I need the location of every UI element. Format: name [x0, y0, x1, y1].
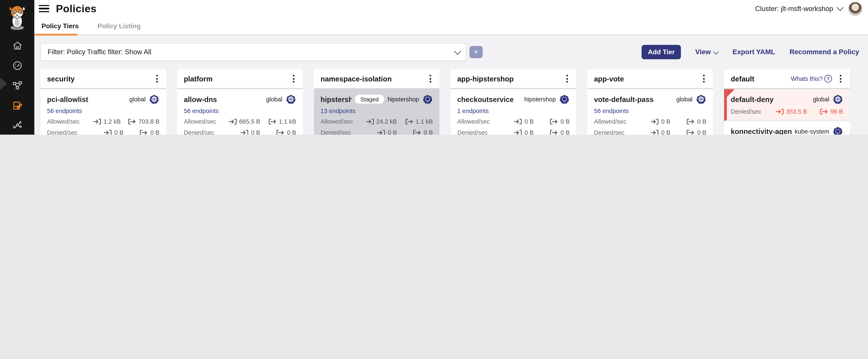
calico-cat-logo — [4, 3, 30, 30]
policies-icon — [11, 100, 23, 111]
traffic-stat-row: Allowed/sec24.2 kB1.1 kB — [320, 117, 433, 125]
policy-card[interactable]: vote-default-passglobal56 endpointsAllow… — [587, 89, 713, 135]
ingress-traffic-icon — [93, 118, 101, 124]
ingress-stat: 0 B — [498, 129, 534, 135]
tier-header: app-vote — [587, 69, 713, 89]
hamburger-menu-icon[interactable] — [39, 5, 50, 12]
traffic-stat-row: Denied/sec0 B0 B — [320, 129, 433, 135]
egress-value: 0 B — [697, 118, 706, 125]
egress-value: 1.1 kB — [279, 118, 296, 125]
sidebar-item-policies[interactable] — [0, 95, 34, 115]
tier-kebab-menu-icon[interactable] — [426, 74, 434, 84]
ingress-value: 0 B — [524, 129, 534, 135]
ingress-stat: 0 B — [635, 118, 671, 125]
clear-filter-button[interactable]: × — [469, 46, 483, 58]
traffic-stat-row: Denied/sec0 B0 B — [457, 129, 570, 135]
tab-policy-tiers[interactable]: Policy Tiers — [40, 22, 80, 29]
cluster-selector[interactable]: Cluster: jlt-msft-workshop — [755, 5, 843, 12]
policy-card[interactable]: checkoutservicehipstershop1 endpointsAll… — [451, 89, 576, 135]
policy-card-header: default-denyglobal — [731, 94, 843, 104]
toolbar: Add Tier View Export YAML Recommend a Po… — [642, 45, 859, 59]
policy-card[interactable]: konnectivity-agentkube-system2 endpoints… — [724, 121, 850, 135]
tier-kebab-menu-icon[interactable] — [153, 74, 160, 84]
egress-traffic-icon — [405, 118, 413, 124]
ingress-stat: 0 B — [635, 129, 671, 135]
policy-card[interactable]: default-denyglobalDenied/sec353.5 B96 B — [724, 89, 850, 121]
ingress-stat: 353.5 B — [772, 108, 807, 115]
sidebar-item-home[interactable] — [0, 35, 34, 55]
tier-kebab-menu-icon[interactable] — [289, 74, 297, 84]
sidebar-item-service-graph[interactable] — [0, 115, 34, 135]
sidebar-item-dashboard-gauge[interactable] — [0, 55, 34, 76]
globe-scope-icon — [833, 94, 843, 105]
tier-kebab-menu-icon[interactable] — [700, 74, 707, 84]
ingress-value: 0 B — [661, 129, 670, 135]
ingress-traffic-icon — [366, 118, 374, 124]
policy-tier-board: securitypci-allowlistglobal56 endpointsA… — [40, 69, 859, 135]
egress-stat: 1.1 kB — [268, 118, 296, 125]
scope-label: hipstershop — [524, 96, 556, 103]
egress-traffic-icon — [140, 130, 148, 135]
export-yaml-button[interactable]: Export YAML — [733, 48, 775, 56]
tab-policy-listing[interactable]: Policy Listing — [96, 22, 142, 29]
egress-stat: 0 B — [678, 118, 706, 125]
tier-header: app-hipstershop — [451, 69, 576, 89]
add-tier-button[interactable]: Add Tier — [642, 45, 681, 59]
ingress-value: 0 B — [114, 129, 123, 135]
scope-label: global — [129, 96, 146, 103]
tier-name: app-hipstershop — [457, 75, 563, 83]
policy-card[interactable]: pci-allowlistglobal56 endpointsAllowed/s… — [40, 89, 166, 135]
egress-value: 0 B — [150, 129, 159, 135]
policy-name: konnectivity-agent — [731, 127, 792, 135]
view-dropdown[interactable]: View — [695, 48, 718, 56]
tier-header: defaultWhats this?? — [724, 69, 850, 89]
top-bar: Policies Cluster: jlt-msft-workshop — [34, 0, 868, 17]
stat-label: Denied/sec — [184, 129, 225, 135]
ingress-stat: 24.2 kB — [362, 118, 397, 125]
endpoints-link[interactable]: 13 endpoints — [320, 107, 433, 114]
whats-this-link[interactable]: Whats this?? — [791, 75, 832, 82]
ingress-value: 0 B — [251, 129, 260, 135]
traffic-stat-row: Denied/sec0 B0 B — [47, 129, 159, 135]
tier-cards: pci-allowlistglobal56 endpointsAllowed/s… — [40, 89, 166, 135]
namespace-scope-icon — [559, 94, 570, 105]
home-icon — [11, 40, 23, 51]
tier-cards: allow-dnsglobal56 endpointsAllowed/sec66… — [177, 89, 303, 135]
scope-label: hipstershop — [388, 96, 419, 103]
recommend-policy-button[interactable]: Recommend a Policy — [789, 48, 859, 56]
tier-header: namespace-isolation — [314, 69, 440, 89]
dashboard-gauge-icon — [11, 60, 23, 71]
endpoints-link[interactable]: 56 endpoints — [594, 107, 706, 114]
tier-name: security — [47, 75, 153, 83]
egress-stat: 1.1 kB — [404, 118, 433, 125]
ingress-traffic-icon — [651, 118, 659, 124]
egress-stat: 0 B — [268, 129, 296, 135]
policy-card-header: hipstershop-gh…Stagedhipstershop — [320, 94, 433, 104]
ingress-traffic-icon — [776, 108, 784, 114]
policy-card[interactable]: allow-dnsglobal56 endpointsAllowed/sec66… — [177, 89, 303, 135]
tier-cards: checkoutservicehipstershop1 endpointsAll… — [451, 89, 576, 135]
namespace-scope-icon — [833, 126, 843, 135]
ingress-stat: 665.5 B — [225, 118, 260, 125]
tier-cards: default-denyglobalDenied/sec353.5 B96 Bk… — [724, 89, 850, 135]
namespace-scope-icon — [423, 94, 433, 105]
endpoints-link[interactable]: 1 endpoints — [457, 107, 570, 114]
policy-filter-dropdown[interactable]: Filter: Policy Traffic filter: Show All — [40, 43, 466, 61]
egress-stat: 0 B — [541, 118, 570, 125]
egress-value: 1.1 kB — [415, 118, 433, 125]
ingress-traffic-icon — [377, 130, 385, 135]
egress-traffic-icon — [820, 108, 828, 114]
scope-label: global — [676, 96, 692, 103]
user-avatar[interactable] — [848, 1, 862, 16]
tier-kebab-menu-icon[interactable] — [836, 74, 844, 84]
policy-card-header: allow-dnsglobal — [184, 94, 296, 104]
policy-card[interactable]: hipstershop-gh…Stagedhipstershop13 endpo… — [314, 89, 440, 135]
traffic-stat-row: Allowed/sec0 B0 B — [594, 117, 706, 125]
tier-kebab-menu-icon[interactable] — [563, 74, 571, 84]
stat-label: Allowed/sec — [320, 118, 362, 125]
stat-label: Denied/sec — [457, 129, 498, 135]
filter-value: Filter: Policy Traffic filter: Show All — [48, 48, 455, 56]
endpoints-link[interactable]: 56 endpoints — [184, 107, 296, 114]
tier-column-app-hipstershop: app-hipstershopcheckoutservicehipstersho… — [451, 69, 576, 135]
endpoints-link[interactable]: 56 endpoints — [47, 107, 159, 114]
